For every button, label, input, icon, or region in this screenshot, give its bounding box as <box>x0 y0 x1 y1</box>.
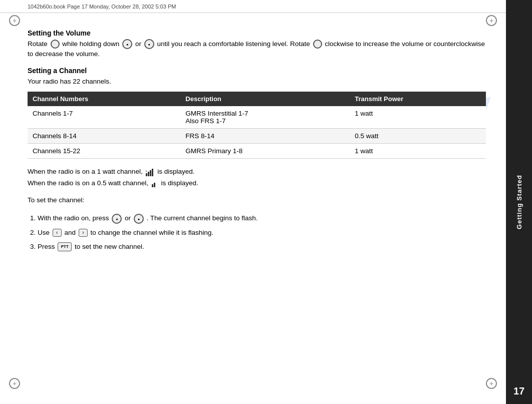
table-body: Channels 1-7 GMRS Interstitial 1-7Also F… <box>28 106 486 159</box>
volume-body: Rotate while holding down ● or ● until y… <box>28 39 486 60</box>
table-row: Channels 8-14 FRS 8-14 0.5 watt <box>28 128 486 143</box>
steps-list: With the radio on, press ● or ● . The cu… <box>38 212 486 253</box>
step-2: Use ‹ and › to change the channel while … <box>38 227 486 239</box>
svg-rect-1 <box>148 172 149 176</box>
page-number-box: 17 <box>506 378 532 404</box>
table-header: Channel Numbers Description Transmit Pow… <box>28 92 486 106</box>
button-icon-1: ● <box>122 39 132 49</box>
table-row: Channels 1-7 GMRS Interstitial 1-7Also F… <box>28 106 486 129</box>
cell-power-1: 1 watt <box>350 106 486 129</box>
col-description: Description <box>180 92 350 106</box>
knob-icon-1 <box>51 40 60 49</box>
watt05-desc: When the radio is on a 0.5 watt channel,… <box>28 178 486 189</box>
menu-btn-1: ● <box>112 214 122 224</box>
cell-channel-3: Channels 15-22 <box>28 143 180 158</box>
ptt-btn-icon: PTT <box>58 242 72 251</box>
svg-text:ii: ii <box>146 170 147 173</box>
button-icon-2: ● <box>144 39 154 49</box>
cell-power-2: 0.5 watt <box>350 128 486 143</box>
sidebar-label: Getting Started <box>515 175 523 229</box>
page-number: 17 <box>513 385 524 397</box>
svg-rect-2 <box>150 170 151 176</box>
signal-half-icon <box>152 178 158 188</box>
svg-rect-6 <box>154 183 155 187</box>
svg-rect-3 <box>152 169 153 176</box>
cell-desc-2: FRS 8-14 <box>180 128 350 143</box>
cell-desc-1: GMRS Interstitial 1-7Also FRS 1-7 <box>180 106 350 129</box>
arrow-right-icon: › <box>79 229 88 237</box>
signal-full-icon: ii <box>146 167 154 177</box>
step-3: Press PTT to set the new channel. <box>38 241 486 253</box>
table-row: Channels 15-22 GMRS Primary 1-8 1 watt <box>28 143 486 158</box>
to-set-label: To set the channel: <box>28 195 486 205</box>
step-1: With the radio on, press ● or ● . The cu… <box>38 212 486 224</box>
knob-icon-2 <box>313 40 322 49</box>
volume-section-title: Setting the Volume <box>28 29 486 37</box>
channel-intro: Your radio has 22 channels. <box>28 77 486 87</box>
right-sidebar: Getting Started <box>506 0 532 404</box>
watt1-desc: When the radio is on a 1 watt channel, i… <box>28 167 486 177</box>
table-header-row: Channel Numbers Description Transmit Pow… <box>28 92 486 106</box>
main-content: Setting the Volume Rotate while holding … <box>0 0 506 404</box>
cell-channel-2: Channels 8-14 <box>28 128 180 143</box>
cell-desc-3: GMRS Primary 1-8 <box>180 143 350 158</box>
menu-btn-2: ● <box>134 214 144 224</box>
channel-section-title: Setting a Channel <box>28 67 486 75</box>
channel-table: Channel Numbers Description Transmit Pow… <box>28 92 486 159</box>
arrow-left-icon: ‹ <box>53 229 62 237</box>
cell-channel-1: Channels 1-7 <box>28 106 180 129</box>
col-channel: Channel Numbers <box>28 92 180 106</box>
svg-rect-5 <box>152 184 153 187</box>
content-area: Setting the Volume Rotate while holding … <box>28 29 486 253</box>
svg-rect-0 <box>146 173 147 176</box>
cell-power-3: 1 watt <box>350 143 486 158</box>
col-power: Transmit Power <box>350 92 486 106</box>
